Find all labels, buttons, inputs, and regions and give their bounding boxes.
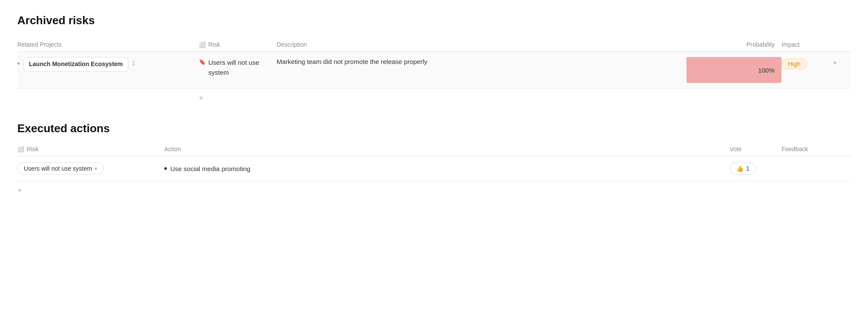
row-chevron-icon[interactable]: ▾ <box>833 60 836 66</box>
header-risk: ⬜ Risk <box>199 41 277 48</box>
archived-table-row: ▾ Launch Monetization Ecosystem 1 🔖 User… <box>17 52 851 89</box>
project-name: Launch Monetization Ecosystem <box>23 57 128 72</box>
exec-header-feedback: Feedback <box>782 146 851 153</box>
vote-count: 1 <box>746 165 750 172</box>
archived-risks-title: Archived risks <box>17 14 851 27</box>
header-bookmark-icon: ⬜ <box>199 41 206 48</box>
probability-value: 100% <box>758 67 775 74</box>
vote-thumbs-up-icon: 👍 <box>736 165 744 172</box>
exec-risk-dropdown[interactable]: Users will not use system ▾ <box>17 162 104 175</box>
risk-bookmark-icon: 🔖 <box>199 59 206 65</box>
impact-cell: High <box>782 57 833 69</box>
executed-actions-title: Executed actions <box>17 122 851 135</box>
exec-action-cell: Use social media promoting <box>164 165 730 172</box>
risk-cell: 🔖 Users will not use system <box>199 57 277 77</box>
related-projects-cell: ▾ Launch Monetization Ecosystem 1 <box>17 57 199 72</box>
add-action-icon: + <box>17 186 22 195</box>
header-description: Description <box>277 41 686 48</box>
exec-header-vote: Vote <box>730 146 782 153</box>
executed-table-header: ⬜ Risk Action Vote Feedback <box>17 142 851 156</box>
vote-button[interactable]: 👍 1 <box>730 162 756 175</box>
exec-vote-cell[interactable]: 👍 1 <box>730 162 782 175</box>
archived-table-header: Related Projects ⬜ Risk Description Prob… <box>17 38 851 52</box>
exec-header-risk: ⬜ Risk <box>17 146 164 153</box>
exec-header-bookmark-icon: ⬜ <box>17 146 24 153</box>
executed-table-row: Users will not use system ▾ Use social m… <box>17 156 851 181</box>
project-number: 1 <box>132 57 135 67</box>
add-executed-action-button[interactable]: + <box>17 181 851 200</box>
exec-action-text: Use social media promoting <box>170 165 250 172</box>
exec-header-action: Action <box>164 146 730 153</box>
exec-risk-cell: Users will not use system ▾ <box>17 162 164 175</box>
risk-text: Users will not use system <box>208 58 277 77</box>
description-cell: Marketing team did not promote the relea… <box>277 57 686 67</box>
add-icon: + <box>199 94 204 103</box>
exec-risk-chevron-icon: ▾ <box>95 166 97 172</box>
executed-actions-section: Executed actions ⬜ Risk Action Vote Feed… <box>17 122 851 200</box>
add-archived-risk-button[interactable]: + <box>17 89 851 108</box>
probability-cell: 100% <box>686 57 782 83</box>
row-options-dropdown[interactable]: ▾ <box>833 57 851 66</box>
header-related-projects: Related Projects <box>17 41 199 48</box>
action-bullet-icon <box>164 167 167 170</box>
header-impact: Impact <box>782 41 833 48</box>
row-expand-icon[interactable]: ▾ <box>17 57 20 67</box>
exec-risk-label: Users will not use system <box>24 165 92 172</box>
header-probability: Probability <box>686 41 782 48</box>
impact-badge: High <box>782 59 807 69</box>
